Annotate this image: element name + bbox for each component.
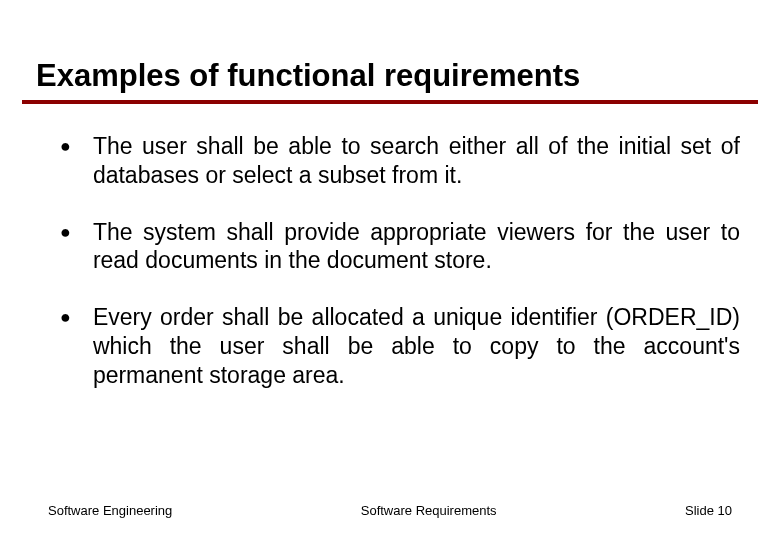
slide: Examples of functional requirements ● Th… xyxy=(0,0,780,540)
content-area: ● The user shall be able to search eithe… xyxy=(60,132,740,417)
bullet-text: The user shall be able to search either … xyxy=(93,132,740,190)
footer: Software Engineering Software Requiremen… xyxy=(48,503,732,518)
bullet-text: Every order shall be allocated a unique … xyxy=(93,303,740,389)
title-underline xyxy=(22,100,758,104)
bullet-icon: ● xyxy=(60,136,71,157)
footer-center: Software Requirements xyxy=(172,503,685,518)
footer-left: Software Engineering xyxy=(48,503,172,518)
bullet-icon: ● xyxy=(60,307,71,328)
list-item: ● Every order shall be allocated a uniqu… xyxy=(60,303,740,389)
bullet-text: The system shall provide appropriate vie… xyxy=(93,218,740,276)
slide-title: Examples of functional requirements xyxy=(36,58,744,102)
list-item: ● The system shall provide appropriate v… xyxy=(60,218,740,276)
bullet-icon: ● xyxy=(60,222,71,243)
list-item: ● The user shall be able to search eithe… xyxy=(60,132,740,190)
footer-right: Slide 10 xyxy=(685,503,732,518)
